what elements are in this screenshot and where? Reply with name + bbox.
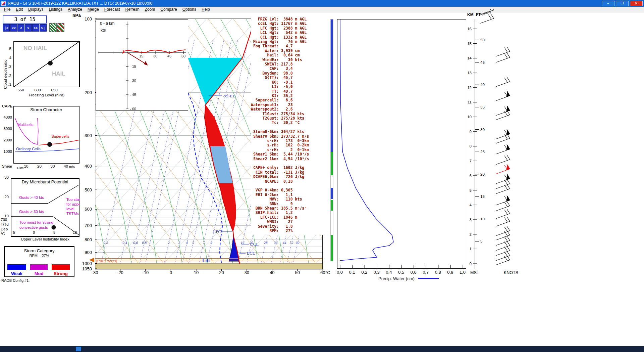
- wind-barb: [496, 110, 510, 120]
- km-tick-label: 8: [470, 144, 472, 148]
- hail-x-axis-label: Freezing Level (hPa): [13, 93, 80, 97]
- precip-water-line-sample: [418, 278, 439, 279]
- nav-button-3[interactable]: >: [25, 24, 32, 32]
- microburst-x-axis-label: Upper Level Instability Index: [11, 237, 79, 241]
- page-indicator: 3 of 15: [3, 15, 47, 24]
- minimize-button[interactable]: –: [602, 1, 614, 6]
- storm-character-title: Storm Character: [30, 107, 62, 112]
- layer-color-bar: [330, 19, 334, 263]
- menu-item-help[interactable]: Help: [199, 7, 213, 12]
- mixing-ratio-label: 36: [274, 240, 278, 245]
- below-ground-band: [95, 264, 322, 269]
- precip-water-label: Precip. Water (cm): [378, 276, 439, 281]
- nav-button-1[interactable]: <<: [10, 24, 17, 32]
- mixing-ratio-label: 7: [203, 240, 205, 245]
- dm-y-axis-label: T/Td: [1, 222, 10, 226]
- taskbar-app-indicator[interactable]: [76, 347, 81, 351]
- index-line: TT: 49,7: [251, 89, 323, 94]
- dm-y-tick: 20: [3, 195, 9, 199]
- km-tick-label: 10: [467, 115, 472, 119]
- close-button[interactable]: ✕: [630, 1, 643, 6]
- wind-flag-icon-2[interactable]: [57, 23, 64, 32]
- lcl-label: LCL: [247, 251, 255, 256]
- mixing-ratio-label: 0,4: [122, 240, 127, 245]
- index-line: Shear1 6km: 5,44 /10³/s: [251, 152, 323, 157]
- wind-barb: [496, 195, 510, 205]
- precip-x-tick: 0,3: [372, 270, 382, 275]
- index-line: ccEL Hgt: 11767 m AGL: [251, 21, 323, 26]
- dm-y-tick: 30: [3, 175, 9, 179]
- window-controls: – ❐ ✕: [602, 1, 643, 6]
- menu-item-file[interactable]: File: [1, 7, 13, 12]
- wind-barb: [496, 255, 510, 265]
- category-swatch-strong: [52, 264, 70, 270]
- menubar: FileEditDisplaysListingsAnalyzeMergeFore…: [0, 7, 644, 12]
- precip-water-label-text: Precip. Water (cm): [378, 276, 415, 281]
- index-line: ShearV 6km: 273/32,7 m/s: [251, 134, 323, 139]
- index-line: VGP 0-4km: 0,305: [251, 188, 323, 192]
- index-line: FRZG Lvl: 3848 m AGL: [251, 17, 323, 21]
- index-line: MVV: 110 kts: [251, 197, 323, 202]
- menu-item-compare[interactable]: Compare: [158, 7, 179, 12]
- index-line: Storm0-6km: 304/27 kts: [251, 130, 323, 134]
- index-line: Severity: 1,8: [251, 224, 323, 229]
- wind-barb: [496, 77, 510, 87]
- supercells-label: Supercells: [51, 134, 69, 138]
- wind-barb: [496, 230, 510, 240]
- precip-x-tick: 0,4: [384, 270, 394, 275]
- wind-barb: [496, 53, 510, 62]
- menu-item-merge[interactable]: Merge: [85, 7, 102, 12]
- maximize-button[interactable]: ❐: [616, 1, 629, 6]
- wind-barb: [496, 129, 510, 139]
- index-line: Waterspout2: 2,6: [251, 107, 323, 112]
- moist-label-2: convective gusts: [19, 225, 48, 229]
- status-config-label: RAOB Config #1:: [1, 278, 30, 282]
- no-hail-label: NO HAIL: [23, 45, 47, 51]
- km-header: KM: [467, 12, 474, 17]
- wind-barb: [496, 47, 510, 56]
- index-line: Waterspout1: 23: [251, 103, 323, 107]
- index-line: WMSI: 27: [251, 220, 323, 224]
- index-line: SWEAT: 217,8: [251, 62, 323, 67]
- nav-button-4[interactable]: >>: [32, 24, 39, 32]
- menu-item-options[interactable]: Options: [180, 7, 199, 12]
- hodograph-panel: 15- 1530- 3045- 4560- 60 0 - 6 km kts: [96, 19, 188, 111]
- wind-barb: [496, 251, 510, 261]
- hail-data-point: [48, 61, 53, 65]
- hodo-y-tick: - 60: [130, 107, 136, 111]
- menu-item-forecast[interactable]: Forecast: [102, 7, 123, 12]
- nav-button-2[interactable]: <: [17, 24, 24, 32]
- hodo-x-tick: 60: [181, 54, 185, 58]
- mixing-ratio-label: 60: [296, 240, 300, 245]
- km-tick-label: 14: [467, 56, 472, 60]
- km-tick-label: 11: [468, 100, 472, 104]
- menu-item-displays[interactable]: Displays: [25, 7, 46, 12]
- menu-item-zoom[interactable]: Zoom: [142, 7, 158, 12]
- precip-water-panel: [337, 19, 466, 269]
- nav-button-0[interactable]: |<: [3, 24, 10, 32]
- precip-x-tick: 0,9: [445, 270, 455, 275]
- wind-flag-icon-1[interactable]: [49, 23, 57, 32]
- lift-label: Lift: [202, 258, 210, 263]
- stable-label-3: level: [66, 207, 74, 211]
- dm-y-axis-label: Dep: [1, 227, 10, 231]
- menu-item-edit[interactable]: Edit: [13, 7, 25, 12]
- ft-tick-label: 20: [480, 172, 485, 176]
- index-line: Tc: 30,2 °C: [251, 121, 323, 125]
- mixing-ratio-label: 9: [210, 240, 212, 245]
- index-line: Fog Threat: 4,7: [251, 44, 323, 48]
- hodograph-range-label: 0 - 6 km: [100, 21, 114, 26]
- wind-barb: [496, 184, 510, 194]
- index-line: T1Gust: 275/34 kts: [251, 112, 323, 116]
- menu-item-analyze[interactable]: Analyze: [65, 7, 85, 12]
- precip-water-chart: [337, 19, 466, 268]
- hodo-y-tick: - 15: [130, 64, 136, 69]
- storm-motion-vector: [127, 52, 146, 64]
- km-tick-label: 3: [470, 218, 472, 222]
- ft-tick-label: 35: [480, 105, 485, 109]
- nav-button-5[interactable]: >|: [40, 24, 47, 32]
- mixing-ratio-label: 28: [264, 240, 268, 245]
- menu-item-refresh[interactable]: Refresh: [123, 7, 142, 12]
- hail-y-axis-label: Cloud depth ratio: [3, 49, 7, 89]
- menu-item-listings[interactable]: Listings: [46, 7, 65, 12]
